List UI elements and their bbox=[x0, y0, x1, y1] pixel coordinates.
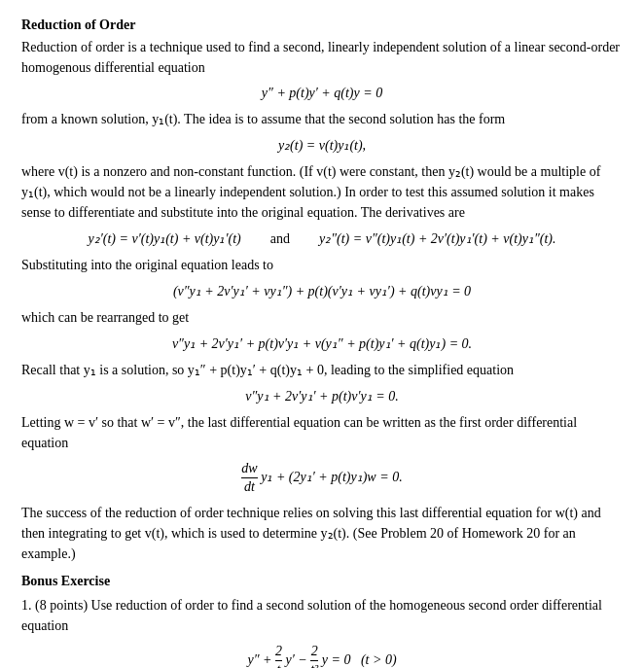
from-known-paragraph: from a known solution, y₁(t). The idea i… bbox=[21, 109, 623, 129]
recall-paragraph: Recall that y₁ is a solution, so y₁″ + p… bbox=[21, 360, 623, 380]
substituting-paragraph: Substituting into the original equation … bbox=[21, 255, 623, 275]
eq3-left: y₂′(t) = v′(t)y₁(t) + v(t)y₁′(t) bbox=[89, 230, 241, 247]
section-title: Reduction of Order bbox=[21, 18, 623, 33]
exercise-number: 1. bbox=[21, 598, 32, 613]
and-label: and bbox=[270, 231, 290, 247]
equation-8: y″ + 2 t y′ − 2 t² y = 0 (t > 0) bbox=[21, 644, 623, 668]
success-paragraph: The success of the reduction of order te… bbox=[21, 503, 623, 564]
letting-paragraph: Letting w = v′ so that w′ = v″, the last… bbox=[21, 412, 623, 453]
equation-7: dw dt y₁ + (2y₁′ + p(t)y₁)w = 0. bbox=[21, 461, 623, 495]
equation-4: (v″y₁ + 2v′y₁′ + vy₁″) + p(t)(v′y₁ + vy₁… bbox=[21, 283, 623, 299]
equation-2: y₂(t) = v(t)y₁(t), bbox=[21, 137, 623, 154]
where-paragraph: where v(t) is a nonzero and non-constant… bbox=[21, 161, 623, 223]
equation-3: y₂′(t) = v′(t)y₁(t) + v(t)y₁′(t) and y₂″… bbox=[21, 230, 623, 247]
equation-5: v″y₁ + 2v′y₁′ + p(t)v′y₁ + v(y₁″ + p(t)y… bbox=[21, 335, 623, 352]
rearrange-paragraph: which can be rearranged to get bbox=[21, 307, 623, 328]
exercise-item: 1. (8 points) Use reduction of order to … bbox=[21, 595, 623, 636]
equation-6: v″y₁ + 2v′y₁′ + p(t)v′y₁ = 0. bbox=[21, 388, 623, 404]
equation-1: y″ + p(t)y′ + q(t)y = 0 bbox=[21, 86, 623, 101]
bonus-title: Bonus Exercise bbox=[21, 574, 623, 589]
exercise-points: (8 points) bbox=[35, 598, 88, 613]
exercise-text: Use reduction of order to find a second … bbox=[21, 598, 602, 633]
intro-paragraph: Reduction of order is a technique used t… bbox=[21, 37, 623, 78]
eq3-right: y₂″(t) = v″(t)y₁(t) + 2v′(t)y₁′(t) + v(t… bbox=[319, 230, 555, 247]
